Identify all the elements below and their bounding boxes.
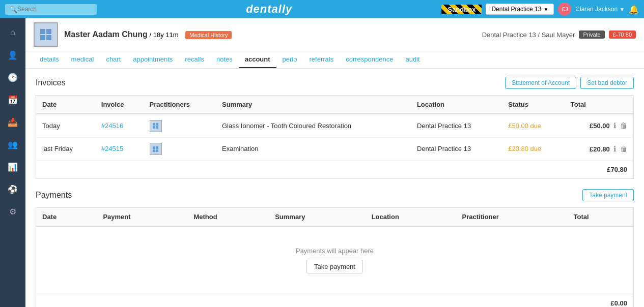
sidebar-item-patients[interactable]: 👤 bbox=[4, 46, 22, 64]
invoices-actions: Statement of Account Set bad debtor bbox=[505, 77, 634, 89]
app-logo: dentally bbox=[246, 3, 292, 16]
payments-grand-total: £0.00 bbox=[568, 294, 634, 308]
col-status: Status bbox=[502, 96, 565, 114]
patient-name: Master Aadam Chung bbox=[64, 30, 148, 39]
search-box[interactable]: 🔍 bbox=[5, 4, 97, 15]
tab-chart[interactable]: chart bbox=[100, 51, 127, 68]
invoices-section-header: Invoices Statement of Account Set bad de… bbox=[36, 77, 634, 89]
pay-col-method: Method bbox=[187, 208, 269, 227]
practice-selector[interactable]: Dental Practice 13 ▼ bbox=[486, 4, 554, 15]
invoice-date-0: Today bbox=[36, 114, 95, 137]
invoice-number-0[interactable]: #24516 bbox=[95, 114, 144, 137]
patient-header-right: Dental Practice 13 / Saul Mayer Private … bbox=[482, 30, 636, 39]
payments-actions: Take payment bbox=[582, 189, 634, 201]
sidebar-item-chart[interactable]: 📊 bbox=[4, 158, 22, 176]
invoice-delete-button-0[interactable]: 🗑 bbox=[620, 121, 627, 130]
invoices-header-row: Date Invoice Practitioners Summary Locat… bbox=[36, 96, 634, 114]
main-content: Master Aadam Chung / 18y 11m Medical His… bbox=[25, 18, 644, 307]
sandbox-badge: Sandbox bbox=[441, 5, 482, 14]
practice-dentist-info: Dental Practice 13 / Saul Mayer bbox=[482, 31, 575, 39]
balance-badge: £-70.80 bbox=[609, 30, 636, 39]
payments-total-label bbox=[36, 294, 568, 308]
tab-notes[interactable]: notes bbox=[210, 51, 239, 68]
payments-empty-message: Payments will appear here bbox=[58, 247, 612, 255]
invoice-info-button-1[interactable]: ℹ bbox=[613, 145, 616, 153]
invoice-location-0: Dental Practice 13 bbox=[411, 114, 502, 137]
pay-col-total: Total bbox=[568, 208, 634, 227]
medical-history-badge[interactable]: Medical History bbox=[185, 31, 232, 39]
payments-title: Payments bbox=[36, 191, 72, 200]
invoice-summary-1: Examination bbox=[216, 137, 411, 161]
sidebar-item-calendar[interactable]: 📅 bbox=[4, 90, 22, 109]
sidebar-item-ball[interactable]: ⚽ bbox=[4, 180, 22, 198]
pay-col-payment: Payment bbox=[97, 208, 187, 227]
sidebar-item-home[interactable]: ⌂ bbox=[4, 23, 22, 42]
practice-chevron-icon: ▼ bbox=[543, 7, 548, 12]
invoice-status-1: £20.80 due bbox=[502, 137, 565, 161]
col-total: Total bbox=[565, 96, 634, 114]
invoice-status-0: £50.00 due bbox=[502, 114, 565, 137]
tab-medical[interactable]: medical bbox=[65, 51, 100, 68]
payments-total-row: £0.00 bbox=[36, 294, 634, 308]
payments-empty-row: Payments will appear here Take payment bbox=[36, 226, 634, 294]
notification-bell-icon[interactable]: 🔔 bbox=[629, 5, 639, 14]
tab-appointments[interactable]: appointments bbox=[127, 51, 179, 68]
search-input[interactable] bbox=[17, 6, 89, 13]
tab-audit[interactable]: audit bbox=[399, 51, 426, 68]
user-menu-button[interactable]: Ciaran Jackson ▼ bbox=[575, 6, 625, 13]
col-invoice: Invoice bbox=[95, 96, 144, 114]
sidebar-item-clock[interactable]: 🕐 bbox=[4, 68, 22, 86]
patient-header: Master Aadam Chung / 18y 11m Medical His… bbox=[25, 18, 644, 51]
invoices-total-label bbox=[36, 161, 565, 179]
top-nav-right: Sandbox Dental Practice 13 ▼ CJ Ciaran J… bbox=[441, 3, 639, 16]
col-summary: Summary bbox=[216, 96, 411, 114]
payments-section-header: Payments Take payment bbox=[36, 189, 634, 201]
nav-tabs: details medical chart appointments recal… bbox=[25, 51, 644, 69]
take-payment-header-button[interactable]: Take payment bbox=[582, 189, 634, 201]
payments-header-row: Date Payment Method Summary Location Pra… bbox=[36, 208, 634, 227]
account-content: Invoices Statement of Account Set bad de… bbox=[25, 69, 644, 307]
statement-of-account-button[interactable]: Statement of Account bbox=[505, 77, 576, 89]
sidebar-item-inbox[interactable]: 📥 bbox=[4, 113, 22, 131]
user-name-label: Ciaran Jackson bbox=[575, 6, 618, 13]
pay-col-location: Location bbox=[366, 208, 456, 227]
invoice-date-1: last Friday bbox=[36, 137, 95, 161]
top-nav: 🔍 dentally Sandbox Dental Practice 13 ▼ … bbox=[0, 0, 644, 18]
invoice-total-1: £20.80 ℹ 🗑 bbox=[565, 137, 634, 161]
invoice-info-button-0[interactable]: ℹ bbox=[613, 121, 616, 130]
pay-col-date: Date bbox=[36, 208, 97, 227]
table-row: last Friday #24515 Examination Dental Pr… bbox=[36, 137, 634, 161]
patient-avatar bbox=[34, 22, 58, 47]
tab-account[interactable]: account bbox=[239, 51, 276, 68]
invoice-practitioner-0 bbox=[144, 114, 216, 137]
tab-perio[interactable]: perio bbox=[276, 51, 303, 68]
tab-recalls[interactable]: recalls bbox=[179, 51, 210, 68]
practice-label: Dental Practice 13 bbox=[491, 6, 541, 13]
invoices-total-row: £70.80 bbox=[36, 161, 634, 179]
take-payment-center-button[interactable]: Take payment bbox=[306, 260, 363, 273]
sidebar-item-settings[interactable]: ⚙ bbox=[4, 202, 22, 221]
layout: ⌂ 👤 🕐 📅 📥 👥 📊 ⚽ ⚙ Master Aadam Chung / 1… bbox=[0, 18, 644, 307]
patient-info: Master Aadam Chung / 18y 11m Medical His… bbox=[64, 30, 476, 39]
payments-table: Date Payment Method Summary Location Pra… bbox=[36, 207, 634, 307]
payments-empty-area: Payments will appear here Take payment bbox=[42, 232, 627, 289]
table-row: Today #24516 Glass Ionomer - Tooth Colou… bbox=[36, 114, 634, 137]
sidebar-item-add-patient[interactable]: 👥 bbox=[4, 135, 22, 154]
col-location: Location bbox=[411, 96, 502, 114]
invoice-total-0: £50.00 ℹ 🗑 bbox=[565, 114, 634, 137]
invoice-number-1[interactable]: #24515 bbox=[95, 137, 144, 161]
tab-referrals[interactable]: referrals bbox=[303, 51, 340, 68]
invoices-title: Invoices bbox=[36, 78, 66, 87]
avatar: CJ bbox=[558, 3, 571, 16]
tab-details[interactable]: details bbox=[34, 51, 65, 68]
invoice-location-1: Dental Practice 13 bbox=[411, 137, 502, 161]
col-practitioners: Practitioners bbox=[144, 96, 216, 114]
set-bad-debtor-button[interactable]: Set bad debtor bbox=[580, 77, 634, 89]
payments-empty-cell: Payments will appear here Take payment bbox=[36, 226, 634, 294]
tab-correspondence[interactable]: correspondence bbox=[340, 51, 399, 68]
search-icon: 🔍 bbox=[9, 6, 17, 13]
invoice-delete-button-1[interactable]: 🗑 bbox=[620, 145, 627, 153]
pay-col-summary: Summary bbox=[269, 208, 365, 227]
invoice-practitioner-1 bbox=[144, 137, 216, 161]
user-chevron-icon: ▼ bbox=[620, 7, 625, 12]
